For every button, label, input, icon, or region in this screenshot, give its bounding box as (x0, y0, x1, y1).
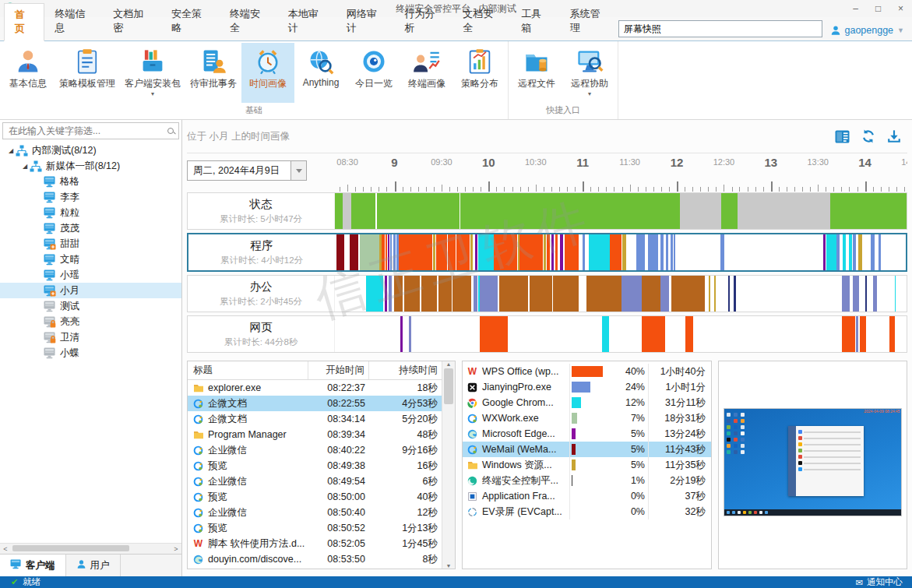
panel-toggle-icon[interactable] (835, 130, 850, 143)
table-row[interactable]: explorer.exe 08:22:37 18秒 (188, 380, 442, 396)
table-row[interactable]: 预览 08:50:52 1分13秒 (188, 520, 442, 536)
timeline-row-程序[interactable]: 程序 累计时长: 4小时12分 (187, 233, 907, 272)
tree-item-小蝶[interactable]: 小蝶 (0, 345, 181, 361)
screenshot-thumbnail[interactable]: 2024-04-09 08:24:45 (724, 408, 902, 516)
download-icon[interactable] (887, 129, 901, 143)
menu-tab-工具箱[interactable]: 工具箱 (511, 3, 560, 41)
axis-tick (732, 187, 733, 192)
table-row[interactable]: 预览 08:50:00 40秒 (188, 489, 442, 505)
tree-item-李李[interactable]: 李李 (0, 189, 181, 205)
tree-item-label: 亮亮 (60, 315, 79, 329)
tree-item-卫清[interactable]: 卫清 (0, 329, 181, 345)
table-row[interactable]: W脚本 软件使用方法.d... 08:52:05 1分45秒 (188, 536, 442, 551)
menu-tab-系统管理[interactable]: 系统管理 (560, 3, 618, 41)
ribbon-item-策略分布[interactable]: 策略分布 (453, 43, 506, 103)
ribbon-item-待审批事务[interactable]: 待审批事务 (185, 43, 241, 103)
app-usage-row[interactable]: WeMail (WeMa... 5% 11分43秒 (463, 442, 711, 457)
menu-tab-行为分析[interactable]: 行为分析 (394, 3, 452, 41)
expand-arrow-icon[interactable]: ◢ (20, 163, 30, 170)
app-usage-row[interactable]: 终端安全控制平... 1% 2分19秒 (463, 473, 711, 488)
desktop-icon (734, 444, 738, 448)
tree-item-亮亮[interactable]: 亮亮 (0, 314, 181, 329)
timeline-segment (530, 276, 552, 312)
axis-tick (426, 187, 427, 192)
scroll-thumb[interactable] (444, 368, 453, 404)
table-row[interactable]: 预览 08:49:38 16秒 (188, 458, 442, 474)
menu-tab-本地审计[interactable]: 本地审计 (278, 3, 336, 41)
table-row[interactable]: 企业微信 08:40:22 9分16秒 (188, 442, 442, 458)
axis-label: 14 (858, 156, 872, 169)
tree-item-粒粒[interactable]: 粒粒 (0, 205, 181, 220)
ribbon-item-终端画像[interactable]: 终端画像 (400, 43, 453, 103)
horizontal-scrollbar[interactable]: < > (0, 543, 181, 554)
timeline-segment (728, 276, 730, 312)
user-menu[interactable]: gaopengge ▼ (822, 25, 912, 40)
timeline-track (336, 234, 906, 270)
menu-tab-安全策略[interactable]: 安全策略 (161, 3, 220, 41)
wxwork-icon (192, 491, 204, 503)
tree-item-新媒体一部(8/12)[interactable]: ◢ 新媒体一部(8/12) (0, 158, 181, 174)
app-usage-row[interactable]: Google Chrom... 12% 31分11秒 (463, 395, 711, 410)
axis-label: 09:30 (431, 157, 452, 167)
filter-input[interactable] (7, 125, 167, 137)
scroll-up-icon[interactable]: ▲ (446, 361, 452, 367)
ribbon-item-Anything[interactable]: Anything (294, 43, 347, 103)
app-usage-row[interactable]: WXWork.exe 7% 18分31秒 (463, 410, 711, 426)
ribbon-item-基本信息[interactable]: 基本信息 (2, 43, 55, 103)
ribbon-item-时间画像[interactable]: 时间画像 (241, 43, 294, 103)
date-dropdown-button[interactable] (291, 161, 306, 180)
scroll-down-icon[interactable]: ▼ (446, 563, 452, 569)
timeline-segment (671, 276, 705, 312)
timeline-row-办公[interactable]: 办公 累计时长: 2小时45分 (187, 275, 907, 312)
app-usage-row[interactable]: Windows 资源... 5% 11分35秒 (463, 457, 711, 473)
expand-arrow-icon[interactable]: ◢ (6, 147, 16, 154)
search-icon[interactable] (167, 128, 174, 135)
app-usage-row[interactable]: WWPS Office (wp... 40% 1小时40分 (463, 364, 711, 379)
tree-item-茂茂[interactable]: 茂茂 (0, 220, 181, 236)
close-button[interactable]: × (889, 0, 912, 17)
search-input[interactable] (618, 20, 822, 37)
refresh-icon[interactable] (861, 129, 875, 143)
tree-item-测试[interactable]: 测试 (0, 298, 181, 314)
app-usage-row[interactable]: Application Fra... 0% 37秒 (463, 488, 711, 504)
tree-item-内部测试(8/12)[interactable]: ◢ 内部测试(8/12) (0, 143, 181, 158)
menu-tab-文档安全[interactable]: 文档安全 (452, 3, 511, 41)
app-usage-row[interactable]: JianyingPro.exe 24% 1小时1分 (463, 379, 711, 395)
app-usage-row[interactable]: Microsoft Edge... 5% 13分24秒 (463, 426, 711, 442)
menu-tab-终端安全[interactable]: 终端安全 (220, 3, 278, 41)
tree-item-文晴[interactable]: 文晴 (0, 252, 181, 267)
ribbon-item-策略模板管理[interactable]: 策略模板管理 (55, 43, 120, 103)
table-row[interactable]: 企业微信 08:49:54 6秒 (188, 474, 442, 489)
table-row[interactable]: 企微文档 08:34:14 5分20秒 (188, 411, 442, 427)
ribbon-item-今日一览[interactable]: 今日一览 (347, 43, 400, 103)
table-row[interactable]: 企微文档 08:22:55 4分53秒 (188, 396, 442, 411)
menu-tab-文档加密[interactable]: 文档加密 (103, 3, 161, 41)
table-row[interactable]: 企业微信 08:50:40 12秒 (188, 505, 442, 520)
maximize-button[interactable]: □ (867, 0, 889, 17)
timeline-row-网页[interactable]: 网页 累计时长: 44分8秒 (187, 315, 907, 353)
tree-item-小瑶[interactable]: 小瑶 (0, 267, 181, 283)
app-name-cell: Windows 资源... (482, 459, 552, 472)
tree-item-格格[interactable]: 格格 (0, 174, 181, 189)
ribbon-item-远程文件[interactable]: 远程文件 (510, 43, 563, 103)
minimize-button[interactable]: – (844, 0, 867, 17)
table-row[interactable]: Program Manager 08:39:34 48秒 (188, 427, 442, 442)
sidebar-tab-用户[interactable]: 用户 (66, 555, 121, 576)
ribbon-item-远程协助[interactable]: 远程协助 ▾ (563, 43, 616, 103)
date-picker[interactable]: 周二, 2024年4月9日 (187, 160, 307, 181)
sidebar-tab-客户端[interactable]: 客户端 (0, 555, 66, 576)
tree-item-小月[interactable]: 小月 (0, 283, 181, 298)
app-usage-row[interactable]: EV录屏 (EVCapt... 0% 32秒 (463, 504, 711, 519)
timeline-row-状态[interactable]: 状态 累计时长: 5小时47分 (187, 192, 907, 230)
notification-center[interactable]: ✉ 通知中心 (855, 576, 912, 588)
scroll-thumb[interactable] (12, 545, 129, 551)
vertical-scrollbar[interactable]: ▲ ▼ (442, 361, 455, 569)
ribbon-item-客户端安装包[interactable]: 客户端安装包 ▾ (120, 43, 185, 103)
tree-item-甜甜[interactable]: 甜甜 (0, 236, 181, 252)
table-row[interactable]: douyin.com/discove... 08:53:50 8秒 (188, 551, 442, 567)
menu-tab-首页[interactable]: 首页 (4, 3, 44, 41)
scroll-left-icon[interactable]: < (0, 545, 11, 553)
menu-tab-终端信息[interactable]: 终端信息 (44, 3, 103, 41)
scroll-right-icon[interactable]: > (171, 545, 181, 553)
menu-tab-网络审计[interactable]: 网络审计 (336, 3, 395, 41)
